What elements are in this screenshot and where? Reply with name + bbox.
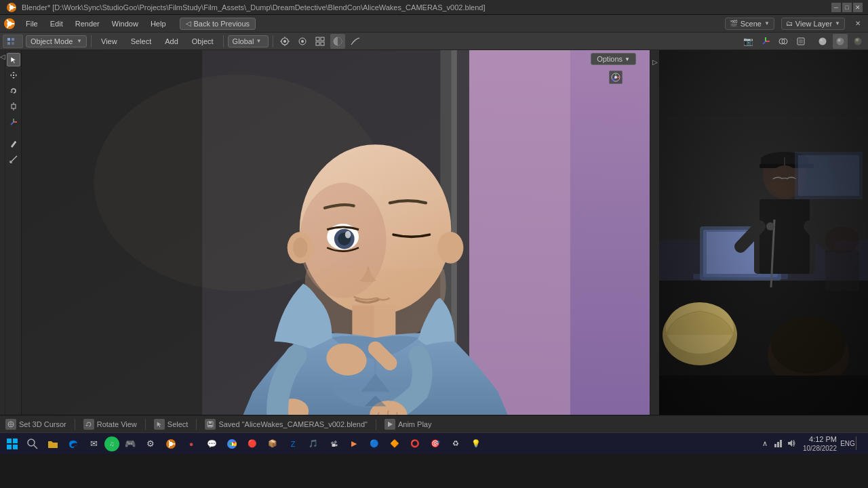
select-icon-svg bbox=[156, 421, 163, 428]
right-panel-toggle[interactable]: ▷ bbox=[652, 58, 658, 66]
falloff-icon[interactable] bbox=[348, 34, 363, 49]
chrome-taskbar-icon bbox=[226, 439, 237, 449]
grid-icon[interactable] bbox=[313, 34, 328, 49]
material-shading-btn[interactable] bbox=[833, 34, 848, 49]
spotify-button[interactable]: ♫ bbox=[104, 436, 119, 451]
taskbar-icon-16[interactable]: Z bbox=[283, 434, 302, 453]
xray-icon[interactable] bbox=[793, 34, 808, 49]
measure-icon bbox=[9, 155, 18, 163]
taskbar-icon-24[interactable]: ♻ bbox=[446, 434, 465, 453]
cursor-tool[interactable] bbox=[7, 53, 20, 66]
menu-edit[interactable]: Edit bbox=[45, 18, 68, 29]
clock-display[interactable]: 4:12 PM 10/28/2022 bbox=[800, 434, 840, 453]
object-mode-toggle[interactable] bbox=[3, 35, 23, 48]
volume-tray-icon[interactable] bbox=[787, 438, 797, 449]
menu-file[interactable]: File bbox=[20, 18, 43, 29]
svg-point-39 bbox=[854, 37, 862, 45]
lang-indicator[interactable]: ENG bbox=[842, 438, 853, 449]
view-layer-selector[interactable]: 🗂 View Layer ▼ bbox=[781, 18, 845, 30]
left-tool-panel: ◁ bbox=[0, 50, 5, 415]
restore-button[interactable]: □ bbox=[842, 3, 852, 12]
annotate-tool[interactable] bbox=[7, 137, 20, 150]
taskbar-icon-14[interactable]: 🔴 bbox=[243, 434, 262, 453]
menu-help[interactable]: Help bbox=[145, 18, 172, 29]
options-button[interactable]: Options ▼ bbox=[591, 53, 636, 65]
transform-chevron-icon: ▼ bbox=[256, 38, 261, 44]
anim-play-icon bbox=[384, 419, 395, 430]
menu-render[interactable]: Render bbox=[70, 18, 105, 29]
taskbar-icon-17[interactable]: 🎵 bbox=[304, 434, 323, 453]
svg-rect-13 bbox=[12, 42, 14, 45]
scene-label: Scene bbox=[741, 20, 762, 28]
start-button[interactable] bbox=[3, 434, 22, 453]
select-label: Select bbox=[167, 420, 189, 428]
search-taskbar-icon bbox=[27, 439, 38, 449]
taskbar-icon-18[interactable]: 📽 bbox=[324, 434, 343, 453]
transform-dropdown[interactable]: Global ▼ bbox=[228, 35, 269, 47]
back-to-previous-button[interactable]: ◁ Back to Previous bbox=[180, 18, 256, 30]
rotate-tool[interactable] bbox=[7, 84, 20, 98]
edge-button[interactable] bbox=[64, 434, 83, 453]
add-menu-item[interactable]: Add bbox=[159, 36, 184, 47]
rotate-icon bbox=[9, 87, 18, 95]
minimize-button[interactable]: ─ bbox=[831, 3, 841, 12]
network-tray-icon[interactable] bbox=[773, 438, 784, 449]
3d-viewport[interactable]: Options ▼ bbox=[22, 50, 650, 415]
select-menu-item[interactable]: Select bbox=[125, 36, 157, 47]
object-mode-dropdown[interactable]: Object Mode ▼ bbox=[26, 35, 87, 47]
show-desktop-button[interactable] bbox=[856, 436, 861, 450]
measure-tool[interactable] bbox=[7, 152, 20, 166]
solid-shading-btn[interactable] bbox=[815, 34, 830, 49]
move-tool[interactable] bbox=[7, 68, 20, 82]
gizmo-icon[interactable] bbox=[758, 34, 773, 49]
title-bar-left: Blender* [D:\Work\Sync\StudioGoo\Project… bbox=[5, 1, 486, 14]
steam-button[interactable]: 🎮 bbox=[121, 434, 140, 453]
chrome-button[interactable] bbox=[222, 434, 241, 453]
close-button[interactable]: ✕ bbox=[853, 3, 863, 12]
taskbar-icon-15[interactable]: 📦 bbox=[263, 434, 282, 453]
mail-button[interactable]: ✉ bbox=[84, 434, 103, 453]
save-icon-svg bbox=[207, 421, 214, 428]
snap-icon[interactable] bbox=[277, 34, 292, 49]
overlays-icon[interactable] bbox=[776, 34, 791, 49]
discord-button[interactable]: 💬 bbox=[202, 434, 221, 453]
window-controls: ─ □ ✕ bbox=[831, 3, 863, 12]
viewport-shading-icon[interactable] bbox=[330, 34, 345, 49]
transform-tool[interactable] bbox=[7, 115, 20, 129]
proportional-edit-icon[interactable] bbox=[295, 34, 310, 49]
taskbar-icon-22[interactable]: ⭕ bbox=[406, 434, 425, 453]
viewport-gizmos bbox=[609, 70, 623, 84]
scale-tool[interactable] bbox=[7, 100, 20, 113]
render-properties-icon[interactable]: ✕ bbox=[850, 16, 865, 31]
scene-chevron-icon: ▼ bbox=[764, 20, 770, 26]
blender-taskbar-button[interactable] bbox=[161, 434, 180, 453]
play-icon-svg bbox=[387, 421, 393, 428]
rendered-shading-btn[interactable] bbox=[850, 34, 865, 49]
perspective-gizmo[interactable] bbox=[609, 70, 623, 84]
save-status-icon bbox=[205, 419, 216, 430]
taskbar-icon-20[interactable]: 🔵 bbox=[365, 434, 384, 453]
left-panel-toggle[interactable]: ◁ bbox=[0, 53, 5, 60]
status-bar: Set 3D Cursor Rotate View Select Sa bbox=[0, 415, 868, 432]
search-button[interactable] bbox=[23, 434, 42, 453]
settings-button[interactable]: ⚙ bbox=[141, 434, 160, 453]
menu-window[interactable]: Window bbox=[106, 18, 144, 29]
folder-taskbar-icon bbox=[47, 439, 58, 449]
blender-taskbar-icon bbox=[165, 439, 176, 449]
obs-button[interactable]: ● bbox=[182, 434, 201, 453]
taskbar-icon-23[interactable]: 🎯 bbox=[426, 434, 445, 453]
object-menu-item[interactable]: Object bbox=[186, 36, 219, 47]
view-menu-item[interactable]: View bbox=[96, 36, 123, 47]
taskbar-icon-21[interactable]: 🔶 bbox=[385, 434, 404, 453]
svg-rect-12 bbox=[7, 42, 10, 45]
taskbar-icon-25[interactable]: 💡 bbox=[467, 434, 486, 453]
scene-selector[interactable]: 🎬 Scene ▼ bbox=[725, 18, 774, 30]
taskbar-icon-19[interactable]: ▶ bbox=[344, 434, 363, 453]
file-explorer-button[interactable] bbox=[43, 434, 62, 453]
svg-marker-41 bbox=[12, 72, 15, 73]
back-button-label: Back to Previous bbox=[194, 20, 250, 28]
camera-icon[interactable]: 📷 bbox=[741, 34, 755, 49]
tray-expand-icon[interactable]: ∧ bbox=[760, 438, 770, 449]
svg-marker-40 bbox=[11, 57, 16, 64]
svg-point-37 bbox=[837, 37, 844, 45]
